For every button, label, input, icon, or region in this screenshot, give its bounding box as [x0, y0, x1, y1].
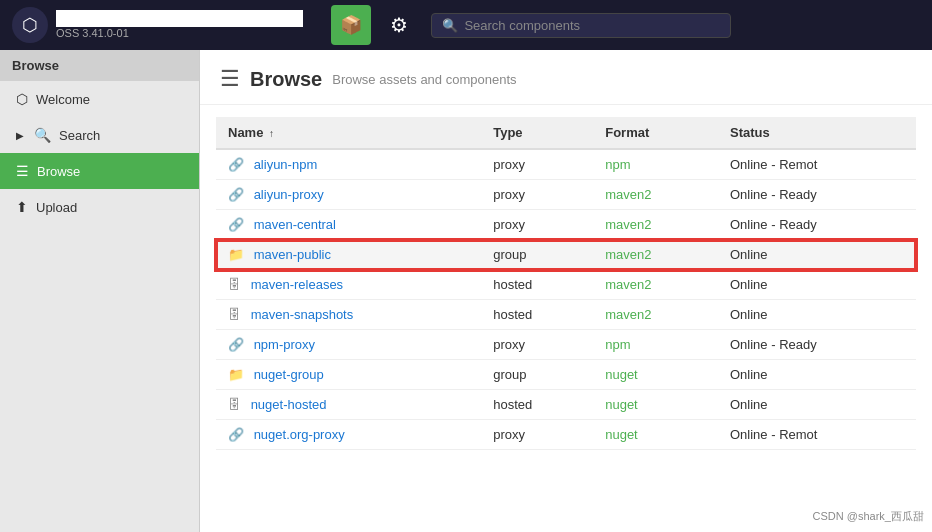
cell-status: Online - Ready [718, 210, 916, 240]
sidebar-item-label: Search [59, 128, 100, 143]
repo-name-link[interactable]: nuget-hosted [251, 397, 327, 412]
cell-status: Online [718, 240, 916, 270]
cell-format: nuget [593, 390, 718, 420]
repo-type-icon: 🗄 [228, 277, 241, 292]
repo-name-link[interactable]: nuget-group [254, 367, 324, 382]
sidebar-item-label: Browse [37, 164, 80, 179]
search-nav-icon: 🔍 [34, 127, 51, 143]
cell-format: npm [593, 330, 718, 360]
table-row[interactable]: 🔗 npm-proxy proxy npm Online - Ready [216, 330, 916, 360]
cell-type: group [481, 240, 593, 270]
cell-name: 🔗 aliyun-proxy [216, 180, 481, 210]
main-layout: Browse ⬡ Welcome ▶ 🔍 Search ☰ Browse ⬆ U… [0, 50, 932, 532]
cell-type: group [481, 360, 593, 390]
cell-type: proxy [481, 149, 593, 180]
repo-type-icon: 🔗 [228, 157, 244, 172]
app-title: Sonatype Nexus Repository Manager OSS 3.… [56, 10, 303, 40]
cell-name: 🔗 npm-proxy [216, 330, 481, 360]
sidebar-item-search[interactable]: ▶ 🔍 Search [0, 117, 199, 153]
cell-status: Online - Remot [718, 420, 916, 450]
sidebar-item-welcome[interactable]: ⬡ Welcome [0, 81, 199, 117]
cell-status: Online - Ready [718, 330, 916, 360]
cell-name: 📁 maven-public [216, 240, 481, 270]
sort-arrow-name: ↑ [269, 128, 274, 139]
main-content: ☰ Browse Browse assets and components Na… [200, 50, 932, 532]
table-header-row: Name ↑ Type Format Status [216, 117, 916, 149]
col-type[interactable]: Type [481, 117, 593, 149]
search-bar[interactable]: 🔍 [431, 13, 731, 38]
app-logo: ⬡ Sonatype Nexus Repository Manager OSS … [12, 7, 303, 43]
repo-type-icon: 📁 [228, 247, 244, 262]
page-title: Browse [250, 68, 322, 91]
cell-type: proxy [481, 420, 593, 450]
sidebar-item-upload[interactable]: ⬆ Upload [0, 189, 199, 225]
nav-package-button[interactable]: 📦 [331, 5, 371, 45]
upload-icon: ⬆ [16, 199, 28, 215]
sidebar: Browse ⬡ Welcome ▶ 🔍 Search ☰ Browse ⬆ U… [0, 50, 200, 532]
table-row[interactable]: 🔗 nuget.org-proxy proxy nuget Online - R… [216, 420, 916, 450]
table-row[interactable]: 🗄 maven-snapshots hosted maven2 Online [216, 300, 916, 330]
search-input[interactable] [464, 18, 720, 33]
header-nav: 📦 ⚙ [331, 5, 419, 45]
cell-status: Online - Remot [718, 149, 916, 180]
sidebar-item-label: Welcome [36, 92, 90, 107]
cell-type: hosted [481, 390, 593, 420]
col-status[interactable]: Status [718, 117, 916, 149]
repo-type-icon: 🗄 [228, 307, 241, 322]
cell-name: 🔗 nuget.org-proxy [216, 420, 481, 450]
app-title-main: Sonatype Nexus Repository Manager [56, 10, 303, 27]
table-row[interactable]: 📁 nuget-group group nuget Online [216, 360, 916, 390]
logo-icon: ⬡ [12, 7, 48, 43]
page-subtitle: Browse assets and components [332, 72, 516, 87]
welcome-icon: ⬡ [16, 91, 28, 107]
col-format[interactable]: Format [593, 117, 718, 149]
cell-status: Online [718, 390, 916, 420]
cell-format: npm [593, 149, 718, 180]
repo-name-link[interactable]: maven-snapshots [251, 307, 354, 322]
sidebar-item-browse[interactable]: ☰ Browse [0, 153, 199, 189]
table-row[interactable]: 📁 maven-public group maven2 Online [216, 240, 916, 270]
cell-format: nuget [593, 360, 718, 390]
cell-status: Online - Ready [718, 180, 916, 210]
app-header: ⬡ Sonatype Nexus Repository Manager OSS … [0, 0, 932, 50]
cell-name: 🗄 maven-snapshots [216, 300, 481, 330]
repo-name-link[interactable]: maven-releases [251, 277, 344, 292]
repo-type-icon: 🔗 [228, 337, 244, 352]
browse-icon: ☰ [16, 163, 29, 179]
repo-name-link[interactable]: npm-proxy [254, 337, 315, 352]
search-icon: 🔍 [442, 18, 458, 33]
cell-type: hosted [481, 300, 593, 330]
col-name[interactable]: Name ↑ [216, 117, 481, 149]
browse-header-icon: ☰ [220, 66, 240, 92]
cell-status: Online [718, 360, 916, 390]
repo-name-link[interactable]: aliyun-proxy [254, 187, 324, 202]
expand-icon: ▶ [16, 130, 24, 141]
repo-type-icon: 🗄 [228, 397, 241, 412]
cell-format: maven2 [593, 210, 718, 240]
cell-format: maven2 [593, 180, 718, 210]
cell-format: maven2 [593, 300, 718, 330]
cell-type: hosted [481, 270, 593, 300]
cell-format: maven2 [593, 240, 718, 270]
repo-type-icon: 🔗 [228, 427, 244, 442]
table-row[interactable]: 🔗 maven-central proxy maven2 Online - Re… [216, 210, 916, 240]
main-page-header: ☰ Browse Browse assets and components [200, 50, 932, 105]
cell-name: 🔗 aliyun-npm [216, 149, 481, 180]
app-title-sub: OSS 3.41.0-01 [56, 27, 303, 40]
cell-type: proxy [481, 210, 593, 240]
repo-name-link[interactable]: maven-public [254, 247, 331, 262]
repo-type-icon: 🔗 [228, 217, 244, 232]
table-row[interactable]: 🗄 maven-releases hosted maven2 Online [216, 270, 916, 300]
settings-button[interactable]: ⚙ [379, 5, 419, 45]
cell-name: 🗄 maven-releases [216, 270, 481, 300]
cell-format: nuget [593, 420, 718, 450]
repo-name-link[interactable]: aliyun-npm [254, 157, 318, 172]
table-row[interactable]: 🗄 nuget-hosted hosted nuget Online [216, 390, 916, 420]
cell-name: 🔗 maven-central [216, 210, 481, 240]
repo-name-link[interactable]: nuget.org-proxy [254, 427, 345, 442]
cell-status: Online [718, 300, 916, 330]
table-row[interactable]: 🔗 aliyun-proxy proxy maven2 Online - Rea… [216, 180, 916, 210]
repo-name-link[interactable]: maven-central [254, 217, 336, 232]
table-row[interactable]: 🔗 aliyun-npm proxy npm Online - Remot [216, 149, 916, 180]
cell-status: Online [718, 270, 916, 300]
